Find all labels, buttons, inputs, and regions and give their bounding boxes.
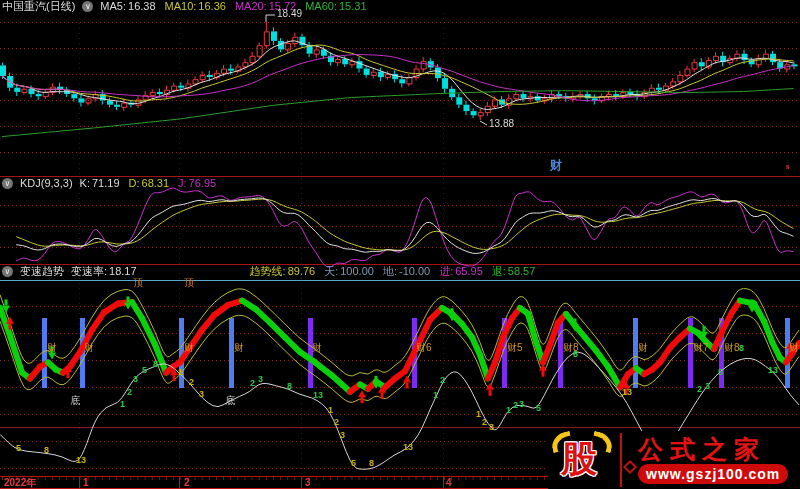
sky-value: 天:100.00 (324, 265, 376, 277)
stock-title: 中国重汽(日线) (2, 0, 75, 12)
trend-title: 变速趋势 (20, 265, 64, 277)
ma60-value: MA60:15.31 (305, 0, 368, 12)
chart-canvas[interactable] (0, 0, 800, 489)
trendline-value: 趋势线:89.76 (250, 265, 318, 277)
ground-value: 地:-10.00 (383, 265, 432, 277)
enter-value: 进:65.95 (439, 265, 485, 277)
site-url[interactable]: www.gszj100.com (638, 464, 788, 484)
trend-rate: 变速率:18.17 (71, 265, 139, 277)
stock-chart-app: 中国重汽(日线) ∨ MA5:16.38 MA10:16.36 MA20:15.… (0, 0, 800, 489)
price-panel-header: 中国重汽(日线) ∨ MA5:16.38 MA10:16.36 MA20:15.… (2, 0, 369, 12)
ma20-value: MA20:15.72 (235, 0, 298, 12)
bull-icon: 股 (548, 432, 618, 488)
logo-divider (620, 433, 622, 487)
bull-character: 股 (561, 441, 597, 477)
gszj-logo[interactable]: 股 公式之家 www.gszj100.com (548, 431, 800, 489)
site-name: 公式之家 (638, 436, 788, 463)
d-value: D:68.31 (129, 177, 172, 189)
collapse-kdj-icon[interactable]: ∨ (2, 178, 13, 189)
j-value: J:76.95 (178, 177, 218, 189)
ma5-value: MA5:16.38 (100, 0, 157, 12)
collapse-trend-icon[interactable]: ∨ (2, 266, 13, 277)
trend-panel-header: ∨ 变速趋势 变速率:18.17 趋势线:89.76 天:100.00 地:-1… (2, 265, 537, 277)
kdj-title: KDJ(9,3,3) (20, 177, 73, 189)
exit-value: 退:58.57 (492, 265, 538, 277)
ma10-value: MA10:16.36 (165, 0, 228, 12)
logo-text: 公式之家 www.gszj100.com (638, 436, 788, 484)
collapse-price-icon[interactable]: ∨ (82, 1, 93, 12)
kdj-panel-header: ∨ KDJ(9,3,3) K:71.19 D:68.31 J:76.95 (2, 177, 218, 189)
diamond-icon (623, 460, 637, 474)
k-value: K:71.19 (80, 177, 122, 189)
